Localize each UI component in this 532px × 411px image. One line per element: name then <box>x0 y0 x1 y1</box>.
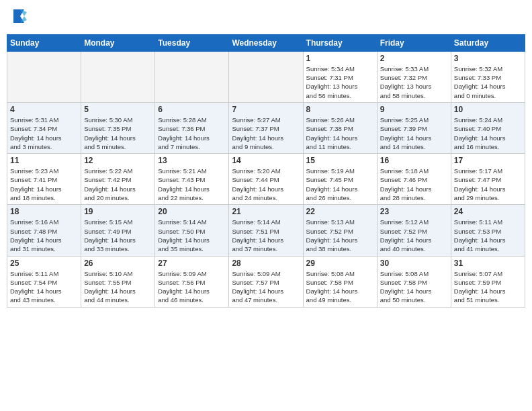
day-info: Sunrise: 5:26 AMSunset: 7:38 PMDaylight:… <box>306 116 374 151</box>
day-number: 19 <box>84 207 152 216</box>
day-number: 6 <box>158 105 226 114</box>
day-info: Sunrise: 5:30 AMSunset: 7:35 PMDaylight:… <box>84 116 152 151</box>
calendar-cell: 7Sunrise: 5:27 AMSunset: 7:37 PMDaylight… <box>229 102 303 153</box>
logo <box>9 7 30 29</box>
day-number: 28 <box>232 259 300 268</box>
day-number: 11 <box>10 156 78 165</box>
calendar-cell: 1Sunrise: 5:34 AMSunset: 7:31 PMDaylight… <box>303 51 377 102</box>
calendar-cell: 13Sunrise: 5:21 AMSunset: 7:43 PMDayligh… <box>155 154 229 205</box>
calendar-cell: 21Sunrise: 5:14 AMSunset: 7:51 PMDayligh… <box>229 205 303 256</box>
day-number: 23 <box>380 207 448 216</box>
calendar-cell: 25Sunrise: 5:11 AMSunset: 7:54 PMDayligh… <box>7 256 81 307</box>
day-info: Sunrise: 5:20 AMSunset: 7:44 PMDaylight:… <box>232 167 300 202</box>
calendar-cell: 19Sunrise: 5:15 AMSunset: 7:49 PMDayligh… <box>81 205 155 256</box>
day-number: 27 <box>158 259 226 268</box>
day-number: 25 <box>10 259 78 268</box>
day-number: 9 <box>380 105 448 114</box>
day-number: 12 <box>84 156 152 165</box>
calendar-cell: 29Sunrise: 5:08 AMSunset: 7:58 PMDayligh… <box>303 256 377 307</box>
weekday-header-row: SundayMondayTuesdayWednesdayThursdayFrid… <box>7 34 525 51</box>
day-info: Sunrise: 5:17 AMSunset: 7:47 PMDaylight:… <box>454 167 522 202</box>
day-number: 7 <box>232 105 300 114</box>
calendar-cell: 30Sunrise: 5:08 AMSunset: 7:58 PMDayligh… <box>377 256 451 307</box>
day-number: 30 <box>380 259 448 268</box>
day-info: Sunrise: 5:21 AMSunset: 7:43 PMDaylight:… <box>158 167 226 202</box>
day-number: 24 <box>454 207 522 216</box>
weekday-header-friday: Friday <box>377 34 451 51</box>
day-info: Sunrise: 5:32 AMSunset: 7:33 PMDaylight:… <box>454 64 522 100</box>
calendar-table: SundayMondayTuesdayWednesdayThursdayFrid… <box>7 34 525 308</box>
page-header <box>7 7 525 29</box>
calendar-cell: 31Sunrise: 5:07 AMSunset: 7:59 PMDayligh… <box>451 256 525 307</box>
calendar-cell: 22Sunrise: 5:13 AMSunset: 7:52 PMDayligh… <box>303 205 377 256</box>
calendar-cell: 5Sunrise: 5:30 AMSunset: 7:35 PMDaylight… <box>81 102 155 153</box>
calendar-week-4: 18Sunrise: 5:16 AMSunset: 7:48 PMDayligh… <box>7 205 525 256</box>
calendar-cell: 14Sunrise: 5:20 AMSunset: 7:44 PMDayligh… <box>229 154 303 205</box>
day-number: 5 <box>84 105 152 114</box>
calendar-cell: 20Sunrise: 5:14 AMSunset: 7:50 PMDayligh… <box>155 205 229 256</box>
day-info: Sunrise: 5:24 AMSunset: 7:40 PMDaylight:… <box>454 116 522 151</box>
day-info: Sunrise: 5:23 AMSunset: 7:41 PMDaylight:… <box>10 167 78 202</box>
day-number: 16 <box>380 156 448 165</box>
calendar-cell: 6Sunrise: 5:28 AMSunset: 7:36 PMDaylight… <box>155 102 229 153</box>
weekday-header-wednesday: Wednesday <box>229 34 303 51</box>
day-number: 13 <box>158 156 226 165</box>
calendar-cell <box>155 51 229 102</box>
day-number: 4 <box>10 105 78 114</box>
weekday-header-saturday: Saturday <box>451 34 525 51</box>
day-info: Sunrise: 5:09 AMSunset: 7:56 PMDaylight:… <box>158 269 226 305</box>
calendar-cell: 18Sunrise: 5:16 AMSunset: 7:48 PMDayligh… <box>7 205 81 256</box>
day-info: Sunrise: 5:15 AMSunset: 7:49 PMDaylight:… <box>84 218 152 253</box>
day-number: 18 <box>10 207 78 216</box>
day-info: Sunrise: 5:34 AMSunset: 7:31 PMDaylight:… <box>306 64 374 100</box>
logo-flag-icon <box>11 7 30 26</box>
calendar-cell <box>229 51 303 102</box>
day-info: Sunrise: 5:07 AMSunset: 7:59 PMDaylight:… <box>454 269 522 305</box>
day-info: Sunrise: 5:11 AMSunset: 7:54 PMDaylight:… <box>10 269 78 305</box>
calendar-week-2: 4Sunrise: 5:31 AMSunset: 7:34 PMDaylight… <box>7 102 525 153</box>
day-info: Sunrise: 5:11 AMSunset: 7:53 PMDaylight:… <box>454 218 522 253</box>
day-number: 29 <box>306 259 374 268</box>
day-info: Sunrise: 5:28 AMSunset: 7:36 PMDaylight:… <box>158 116 226 151</box>
day-number: 31 <box>454 259 522 268</box>
weekday-header-tuesday: Tuesday <box>155 34 229 51</box>
day-number: 21 <box>232 207 300 216</box>
calendar-cell: 28Sunrise: 5:09 AMSunset: 7:57 PMDayligh… <box>229 256 303 307</box>
day-number: 8 <box>306 105 374 114</box>
day-info: Sunrise: 5:18 AMSunset: 7:46 PMDaylight:… <box>380 167 448 202</box>
day-number: 22 <box>306 207 374 216</box>
calendar-week-3: 11Sunrise: 5:23 AMSunset: 7:41 PMDayligh… <box>7 154 525 205</box>
day-number: 15 <box>306 156 374 165</box>
day-info: Sunrise: 5:08 AMSunset: 7:58 PMDaylight:… <box>306 269 374 305</box>
calendar-cell: 26Sunrise: 5:10 AMSunset: 7:55 PMDayligh… <box>81 256 155 307</box>
day-info: Sunrise: 5:14 AMSunset: 7:50 PMDaylight:… <box>158 218 226 253</box>
calendar-cell: 11Sunrise: 5:23 AMSunset: 7:41 PMDayligh… <box>7 154 81 205</box>
calendar-cell: 9Sunrise: 5:25 AMSunset: 7:39 PMDaylight… <box>377 102 451 153</box>
day-info: Sunrise: 5:33 AMSunset: 7:32 PMDaylight:… <box>380 64 448 100</box>
day-info: Sunrise: 5:12 AMSunset: 7:52 PMDaylight:… <box>380 218 448 253</box>
day-number: 14 <box>232 156 300 165</box>
day-number: 17 <box>454 156 522 165</box>
day-info: Sunrise: 5:13 AMSunset: 7:52 PMDaylight:… <box>306 218 374 253</box>
day-number: 10 <box>454 105 522 114</box>
calendar-cell: 16Sunrise: 5:18 AMSunset: 7:46 PMDayligh… <box>377 154 451 205</box>
day-number: 26 <box>84 259 152 268</box>
weekday-header-sunday: Sunday <box>7 34 81 51</box>
day-info: Sunrise: 5:08 AMSunset: 7:58 PMDaylight:… <box>380 269 448 305</box>
calendar-cell: 23Sunrise: 5:12 AMSunset: 7:52 PMDayligh… <box>377 205 451 256</box>
day-number: 20 <box>158 207 226 216</box>
calendar-cell: 3Sunrise: 5:32 AMSunset: 7:33 PMDaylight… <box>451 51 525 102</box>
calendar-cell: 24Sunrise: 5:11 AMSunset: 7:53 PMDayligh… <box>451 205 525 256</box>
calendar-cell <box>7 51 81 102</box>
weekday-header-monday: Monday <box>81 34 155 51</box>
calendar-cell: 15Sunrise: 5:19 AMSunset: 7:45 PMDayligh… <box>303 154 377 205</box>
day-info: Sunrise: 5:27 AMSunset: 7:37 PMDaylight:… <box>232 116 300 151</box>
day-info: Sunrise: 5:09 AMSunset: 7:57 PMDaylight:… <box>232 269 300 305</box>
weekday-header-thursday: Thursday <box>303 34 377 51</box>
calendar-cell: 10Sunrise: 5:24 AMSunset: 7:40 PMDayligh… <box>451 102 525 153</box>
day-info: Sunrise: 5:14 AMSunset: 7:51 PMDaylight:… <box>232 218 300 253</box>
day-info: Sunrise: 5:19 AMSunset: 7:45 PMDaylight:… <box>306 167 374 202</box>
day-number: 3 <box>454 54 522 63</box>
calendar-cell: 2Sunrise: 5:33 AMSunset: 7:32 PMDaylight… <box>377 51 451 102</box>
calendar-cell: 8Sunrise: 5:26 AMSunset: 7:38 PMDaylight… <box>303 102 377 153</box>
